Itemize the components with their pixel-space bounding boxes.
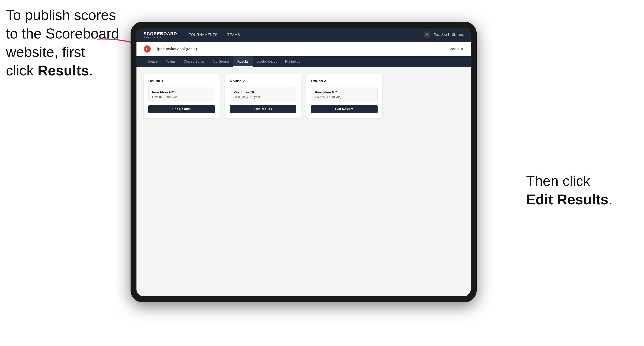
cancel-button[interactable]: Cancel ✕: [448, 47, 464, 51]
nav-teams[interactable]: TEAMS: [227, 33, 240, 37]
empty-column: [388, 74, 464, 118]
round-2-title: Round 2: [230, 79, 296, 83]
logo-subtext: Powered by clippd: [144, 36, 177, 38]
rounds-grid: Round 1 Peachtree GC Gold (M) (7010 yds)…: [144, 74, 464, 118]
tournament-title: Clippd Invitational (Main): [154, 47, 197, 51]
right-bold: Edit Results: [526, 191, 608, 207]
tournament-header: C Clippd Invitational (Main) Cancel ✕: [136, 42, 471, 56]
right-instruction: Then click Edit Results.: [526, 172, 612, 209]
tab-course-setup[interactable]: Course Setup: [180, 56, 208, 67]
logo-area: SCOREBOARD Powered by clippd: [144, 31, 177, 38]
tab-results[interactable]: Results: [234, 56, 252, 67]
round-3-course-name: Peachtree GC: [315, 90, 374, 94]
round-1-course-card: Peachtree GC Gold (M) (7010 yds): [148, 87, 215, 102]
round-2-course-name: Peachtree GC: [234, 90, 292, 94]
user-label: Test User |: [434, 33, 449, 36]
round-2-course-card: Peachtree GC Gold (M) (7010 yds): [230, 87, 296, 102]
tab-teams[interactable]: Teams: [162, 56, 180, 67]
round-3-title: Round 3: [311, 79, 378, 83]
instruction-line3: website, first: [6, 44, 85, 60]
signout-link[interactable]: Sign out: [452, 33, 464, 36]
round-2-edit-results-button[interactable]: Edit Results: [230, 105, 296, 113]
round-1-edit-results-button[interactable]: Edit Results: [148, 105, 215, 113]
right-end: .: [608, 191, 612, 207]
tab-leaderboards[interactable]: Leaderboards: [252, 56, 281, 67]
instruction-line2: to the Scoreboard: [6, 26, 119, 41]
logo-text: SCOREBOARD: [144, 31, 177, 36]
round-2-course-details: Gold (M) (7010 yds): [234, 95, 292, 99]
tab-tee-groups[interactable]: Tee Groups: [208, 56, 234, 67]
tab-navigation: Details Teams Course Setup Tee Groups Re…: [136, 56, 471, 67]
tab-printables[interactable]: Printables: [281, 56, 304, 67]
round-1-title: Round 1: [148, 79, 215, 83]
instruction-line4: click: [6, 63, 38, 78]
main-content: Round 1 Peachtree GC Gold (M) (7010 yds)…: [136, 67, 471, 296]
round-3-card: Round 3 Peachtree GC Gold (M) (7010 yds)…: [306, 74, 382, 118]
right-line1: Then click: [526, 173, 590, 189]
round-3-course-details: Gold (M) (7010 yds): [315, 95, 374, 99]
tournament-title-area: C Clippd Invitational (Main): [144, 45, 197, 52]
user-avatar: [424, 31, 430, 38]
round-1-course-details: Gold (M) (7010 yds): [152, 95, 211, 99]
nav-right: Test User | Sign out: [424, 31, 464, 38]
close-icon: ✕: [461, 47, 464, 51]
nav-links: TOURNAMENTS TEAMS: [189, 33, 424, 37]
instruction-bold: Results: [38, 63, 89, 78]
left-instruction: To publish scores to the Scoreboard webs…: [6, 6, 119, 80]
round-1-course-name: Peachtree GC: [152, 90, 211, 94]
instruction-line1: To publish scores: [6, 7, 116, 23]
tab-details[interactable]: Details: [144, 56, 162, 67]
logo-block: SCOREBOARD Powered by clippd: [144, 31, 177, 38]
tablet-frame: SCOREBOARD Powered by clippd TOURNAMENTS…: [130, 22, 477, 302]
round-3-course-card: Peachtree GC Gold (M) (7010 yds): [311, 87, 378, 102]
tournament-icon: C: [144, 45, 151, 52]
round-1-card: Round 1 Peachtree GC Gold (M) (7010 yds)…: [144, 74, 220, 118]
tablet-screen: SCOREBOARD Powered by clippd TOURNAMENTS…: [136, 28, 471, 296]
round-2-card: Round 2 Peachtree GC Gold (M) (7010 yds)…: [225, 74, 301, 118]
nav-tournaments[interactable]: TOURNAMENTS: [189, 33, 217, 37]
instruction-end: .: [89, 63, 93, 78]
round-3-edit-results-button[interactable]: Edit Results: [311, 105, 378, 113]
app-navbar: SCOREBOARD Powered by clippd TOURNAMENTS…: [136, 28, 471, 42]
